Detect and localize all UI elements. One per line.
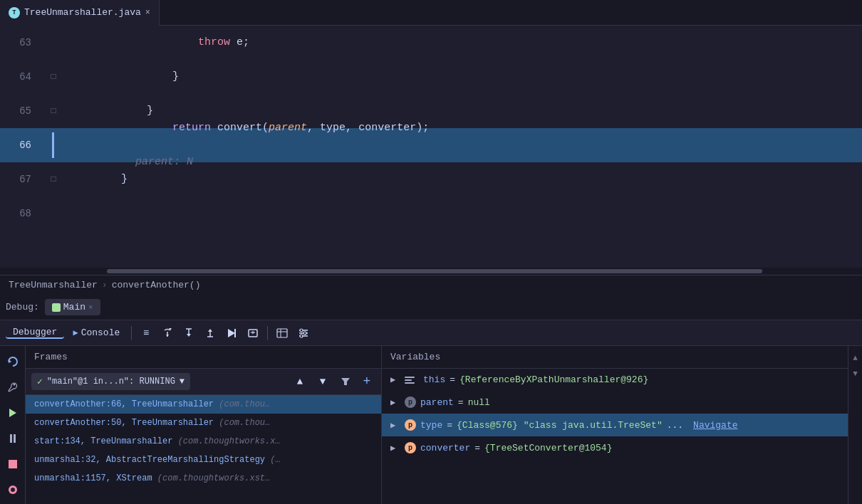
var-item-type[interactable]: ▶ p type = {Class@576} "class java.util.… <box>382 414 848 436</box>
var-eq-this: = <box>450 374 455 385</box>
frames-down-btn[interactable]: ▼ <box>313 372 333 392</box>
frame-item-1[interactable]: convertAnother:50, TreeUnmarshaller (com… <box>26 414 381 432</box>
step-into-icon <box>183 327 194 339</box>
frames-filter-btn[interactable] <box>336 372 355 392</box>
svg-marker-23 <box>9 359 11 363</box>
code-line-67: 67 □ } <box>0 162 862 196</box>
fold-icon-64[interactable]: □ <box>51 72 56 82</box>
frame-location-1: (com.thou… <box>219 418 270 428</box>
line-number-63: 63 <box>0 37 43 48</box>
thread-selector[interactable]: ✓ "main"@1 in...n": RUNNING ▼ <box>31 373 190 390</box>
console-label: Console <box>81 327 120 338</box>
toolbar-settings-btn[interactable] <box>294 323 313 343</box>
var-name-parent: parent <box>420 397 454 408</box>
gutter-65: □ <box>43 106 64 116</box>
var-expand-this[interactable]: ▶ <box>390 374 400 385</box>
toolbar-eval-btn[interactable] <box>243 323 263 343</box>
breadcrumb-class: TreeUnmarshaller <box>9 280 98 290</box>
svg-point-22 <box>300 335 303 337</box>
rerun-side-icon[interactable] <box>3 352 23 372</box>
line-number-67: 67 <box>0 174 43 185</box>
breadcrumb: TreeUnmarshaller › convertAnother() <box>0 275 862 295</box>
frame-method-0: convertAnother:66, TreeUnmarshaller <box>34 399 219 409</box>
settings-debug-icon <box>298 327 309 339</box>
frames-panel: Frames ✓ "main"@1 in...n": RUNNING ▼ ▲ ▼… <box>26 346 382 504</box>
toolbar-separator-2 <box>267 326 268 340</box>
gutter-66 <box>43 132 64 158</box>
breadcrumb-separator: › <box>102 280 108 290</box>
line-number-65: 65 <box>0 105 43 117</box>
breakpoint-marker-66 <box>52 132 54 158</box>
var-name-converter: converter <box>420 443 470 453</box>
var-list-icon-this <box>405 375 416 385</box>
var-eq-type: = <box>447 420 452 431</box>
variables-header-label: Variables <box>390 352 440 362</box>
var-expand-converter[interactable]: ▶ <box>390 443 400 453</box>
frame-item-3[interactable]: unmarshal:32, AbstractTreeMarshallingStr… <box>26 451 381 469</box>
var-badge-type: p <box>405 419 416 431</box>
debug-panel: Debug: Main × Debugger ▶ Console ≡ <box>0 295 862 504</box>
svg-point-20 <box>300 329 303 332</box>
var-item-converter[interactable]: ▶ p converter = {TreeSetConverter@1054} <box>382 436 848 459</box>
frame-item-4[interactable]: unmarshal:1157, XStream (com.thoughtwork… <box>26 469 381 488</box>
right-down-btn[interactable]: ▼ <box>849 367 862 380</box>
frame-method-2: start:134, TreeUnmarshaller <box>34 436 178 446</box>
var-navigate-type[interactable]: Navigate <box>693 420 737 431</box>
debugger-tab[interactable]: Debugger <box>6 327 64 339</box>
toolbar-run-cursor-btn[interactable] <box>222 323 242 343</box>
console-icon: ▶ <box>73 327 78 338</box>
var-item-parent[interactable]: ▶ p parent = null <box>382 391 848 414</box>
toolbar-step-into-btn[interactable] <box>179 323 199 343</box>
fold-icon-67[interactable]: □ <box>51 174 56 184</box>
svg-rect-26 <box>10 434 12 443</box>
svg-point-30 <box>11 488 15 492</box>
svg-marker-25 <box>9 409 16 417</box>
frames-up-btn[interactable]: ▲ <box>290 372 310 392</box>
editor-scrollbar[interactable] <box>0 268 862 275</box>
file-tab[interactable]: T TreeUnmarshaller.java × <box>0 0 160 26</box>
debug-tab-bar: Debug: Main × <box>0 295 862 320</box>
var-ellipsis-type: ... <box>667 420 683 431</box>
play-side-icon[interactable] <box>3 403 23 423</box>
tab-close-button[interactable]: × <box>145 8 150 18</box>
code-editor: 63 throw e; 64 □ } 65 □ <box>0 26 862 268</box>
svg-marker-2 <box>166 335 169 337</box>
fold-icon-65[interactable]: □ <box>51 106 56 116</box>
table-icon <box>276 327 288 339</box>
toolbar-menu-btn[interactable]: ≡ <box>136 323 156 343</box>
toolbar-table-btn[interactable] <box>272 323 292 343</box>
filter-icon <box>341 377 350 387</box>
debug-main-tab[interactable]: Main × <box>45 299 100 315</box>
frame-item-0[interactable]: convertAnother:66, TreeUnmarshaller (com… <box>26 395 381 414</box>
var-expand-type[interactable]: ▶ <box>390 420 400 431</box>
svg-point-21 <box>303 332 306 335</box>
toolbar-step-out-btn[interactable] <box>200 323 220 343</box>
pause-side-icon[interactable] <box>3 429 23 448</box>
frame-item-2[interactable]: start:134, TreeUnmarshaller (com.thought… <box>26 432 381 451</box>
wrench-side-icon[interactable] <box>3 377 23 397</box>
scrollbar-thumb[interactable] <box>107 269 762 273</box>
frame-location-0: (com.thou… <box>219 399 270 409</box>
breadcrumb-method: convertAnother() <box>112 280 201 290</box>
frames-toolbar: ✓ "main"@1 in...n": RUNNING ▼ ▲ ▼ + <box>26 369 381 395</box>
svg-marker-31 <box>341 378 350 385</box>
line-number-66: 66 <box>0 140 43 151</box>
var-eq-parent: = <box>458 397 464 408</box>
svg-rect-14 <box>277 329 287 337</box>
step-over-icon <box>162 327 173 339</box>
debug-tab-close[interactable]: × <box>88 303 93 312</box>
tab-filename: TreeUnmarshaller.java <box>24 7 141 18</box>
var-name-type: type <box>420 420 442 431</box>
var-badge-parent: p <box>405 397 416 408</box>
var-item-this[interactable]: ▶ this = {ReferenceByXPathUnmarshaller@9… <box>382 369 848 391</box>
frame-method-3: unmarshal:32, AbstractTreeMarshallingStr… <box>34 455 270 465</box>
console-tab[interactable]: ▶ Console <box>66 327 127 338</box>
frames-list: convertAnother:66, TreeUnmarshaller (com… <box>26 395 381 504</box>
right-up-btn[interactable]: ▲ <box>849 352 862 364</box>
breakpoint-side-icon[interactable] <box>3 480 23 500</box>
frames-add-btn[interactable]: + <box>358 373 375 390</box>
frame-location-3: (… <box>270 455 280 465</box>
var-expand-parent[interactable]: ▶ <box>390 397 400 408</box>
stop-side-icon[interactable] <box>3 454 23 474</box>
toolbar-step-over-btn[interactable] <box>157 323 177 343</box>
